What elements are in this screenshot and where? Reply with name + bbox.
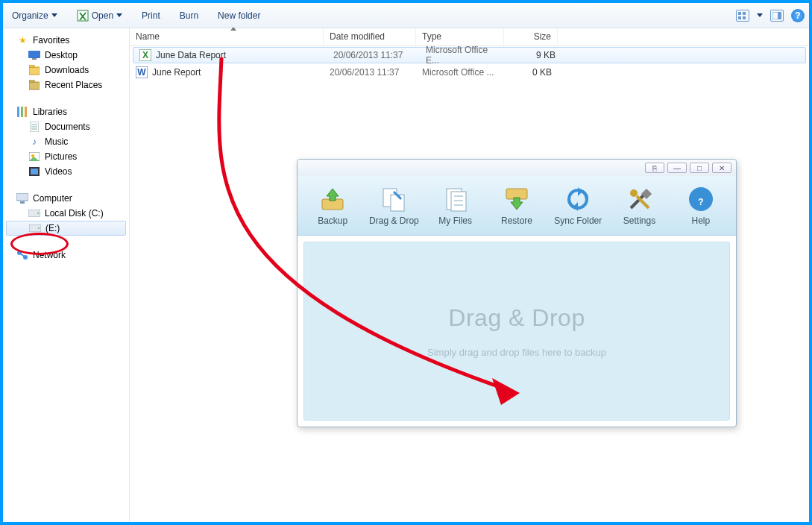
nav-item-pictures[interactable]: Pictures xyxy=(3,149,129,164)
backup-tb-help[interactable]: ?Help xyxy=(673,186,729,226)
music-icon: ♪ xyxy=(28,136,40,148)
col-date[interactable]: Date modified xyxy=(324,28,416,45)
pin-button[interactable]: ⎘ xyxy=(645,163,664,173)
nav-favorites[interactable]: ★Favorites xyxy=(3,33,129,48)
svg-rect-15 xyxy=(25,107,27,117)
svg-rect-14 xyxy=(21,107,23,117)
svg-rect-9 xyxy=(29,67,40,75)
col-size[interactable]: Size xyxy=(504,28,558,45)
file-name: June Report xyxy=(152,67,201,78)
svg-text:?: ? xyxy=(698,197,703,207)
nav-item-music[interactable]: ♪Music xyxy=(3,134,129,149)
files-icon xyxy=(442,186,469,213)
svg-point-27 xyxy=(37,213,39,214)
svg-line-32 xyxy=(19,253,25,257)
svg-text:W: W xyxy=(137,67,146,78)
svg-rect-45 xyxy=(391,195,404,211)
file-row[interactable]: WJune Report20/06/2013 11:37Microsoft Of… xyxy=(130,64,809,81)
sync-icon xyxy=(564,186,591,213)
drop-subtitle: Simply drag and drop files here to backu… xyxy=(427,347,606,358)
organize-menu[interactable]: Organize xyxy=(7,8,62,23)
svg-rect-11 xyxy=(29,82,40,89)
chevron-down-icon xyxy=(51,13,57,17)
drag-drop-icon xyxy=(380,186,407,213)
drop-area[interactable]: Drag & Drop Simply drag and drop files h… xyxy=(303,242,730,421)
backup-tb-restore[interactable]: Restore xyxy=(488,186,545,226)
chevron-down-icon xyxy=(757,13,763,17)
print-button[interactable]: Print xyxy=(137,8,165,23)
open-menu[interactable]: Open xyxy=(72,7,127,24)
nav-computer[interactable]: Computer xyxy=(3,191,129,206)
backup-tb-drag-drop[interactable]: Drag & Drop xyxy=(365,186,422,226)
nav-item-downloads[interactable]: Downloads xyxy=(3,63,129,78)
backup-toolbar: Backup Drag & Drop My Files Restore Sync… xyxy=(298,176,736,236)
nav-network[interactable]: Network xyxy=(3,248,129,262)
backup-titlebar[interactable]: ⎘ — □ ✕ xyxy=(298,160,736,176)
nav-item-videos[interactable]: Videos xyxy=(3,164,129,179)
file-row[interactable]: XJune Data Report20/06/2013 11:37Microso… xyxy=(133,47,806,63)
restore-icon xyxy=(503,186,530,213)
star-icon: ★ xyxy=(16,34,28,46)
downloads-icon xyxy=(28,64,40,76)
backup-tb-settings[interactable]: Settings xyxy=(611,186,668,226)
libraries-icon xyxy=(16,106,28,118)
svg-rect-13 xyxy=(17,107,19,117)
svg-point-55 xyxy=(630,189,638,197)
maximize-button[interactable]: □ xyxy=(690,163,709,173)
pictures-icon xyxy=(28,151,40,163)
col-name[interactable]: Name xyxy=(130,28,324,45)
file-size: 9 KB xyxy=(508,50,561,60)
backup-icon xyxy=(319,186,346,213)
network-icon xyxy=(16,249,28,261)
svg-rect-2 xyxy=(743,12,746,15)
nav-item-desktop[interactable]: Desktop xyxy=(3,48,129,63)
nav-item-recent-places[interactable]: Recent Places xyxy=(3,78,129,92)
backup-app-window: ⎘ — □ ✕ Backup Drag & Drop My Files Rest… xyxy=(297,159,737,427)
svg-rect-23 xyxy=(31,169,38,175)
close-button[interactable]: ✕ xyxy=(712,163,731,173)
svg-point-29 xyxy=(38,227,40,229)
burn-button[interactable]: Burn xyxy=(175,8,203,23)
backup-tb-sync[interactable]: Sync Folder xyxy=(550,186,606,226)
nav-item-drive-e[interactable]: (E:) xyxy=(6,221,126,236)
preview-pane-button[interactable] xyxy=(770,10,784,22)
svg-rect-24 xyxy=(16,193,28,201)
file-name: June Data Report xyxy=(156,50,226,60)
new-folder-button[interactable]: New folder xyxy=(213,8,265,23)
svg-rect-7 xyxy=(28,51,40,58)
nav-libraries[interactable]: Libraries xyxy=(3,104,129,119)
svg-rect-25 xyxy=(20,201,25,204)
file-type: Microsoft Office E... xyxy=(420,45,508,66)
sort-ascending-icon xyxy=(230,27,236,31)
navigation-pane: ★Favorites Desktop Downloads Recent Plac… xyxy=(3,28,130,522)
word-file-icon: W xyxy=(136,66,148,78)
column-header[interactable]: Name Date modified Type Size xyxy=(130,28,809,46)
minimize-button[interactable]: — xyxy=(667,163,687,173)
nav-item-documents[interactable]: Documents xyxy=(3,119,129,134)
svg-rect-3 xyxy=(738,16,741,19)
help-icon: ? xyxy=(687,186,714,213)
file-size: 0 KB xyxy=(504,67,558,78)
backup-tb-my-files[interactable]: My Files xyxy=(427,186,484,226)
svg-rect-47 xyxy=(451,192,466,211)
svg-rect-1 xyxy=(738,12,741,15)
col-type[interactable]: Type xyxy=(416,28,504,45)
settings-icon xyxy=(626,186,653,213)
file-date: 20/06/2013 11:37 xyxy=(324,67,416,78)
backup-tb-backup[interactable]: Backup xyxy=(304,186,361,226)
chevron-down-icon xyxy=(116,13,122,17)
file-type: Microsoft Office ... xyxy=(416,67,504,78)
drive-icon xyxy=(28,207,40,219)
excel-icon xyxy=(77,10,89,22)
svg-rect-12 xyxy=(29,80,34,82)
svg-rect-6 xyxy=(778,12,781,19)
help-icon[interactable]: ? xyxy=(791,9,805,22)
excel-file-icon: X xyxy=(139,49,151,61)
file-date: 20/06/2013 11:37 xyxy=(327,50,420,60)
svg-rect-10 xyxy=(29,65,34,67)
drop-title: Drag & Drop xyxy=(448,304,585,332)
desktop-icon xyxy=(28,49,40,61)
view-options-button[interactable] xyxy=(736,10,749,22)
nav-item-local-disk-c[interactable]: Local Disk (C:) xyxy=(3,206,129,221)
videos-icon xyxy=(28,166,40,177)
